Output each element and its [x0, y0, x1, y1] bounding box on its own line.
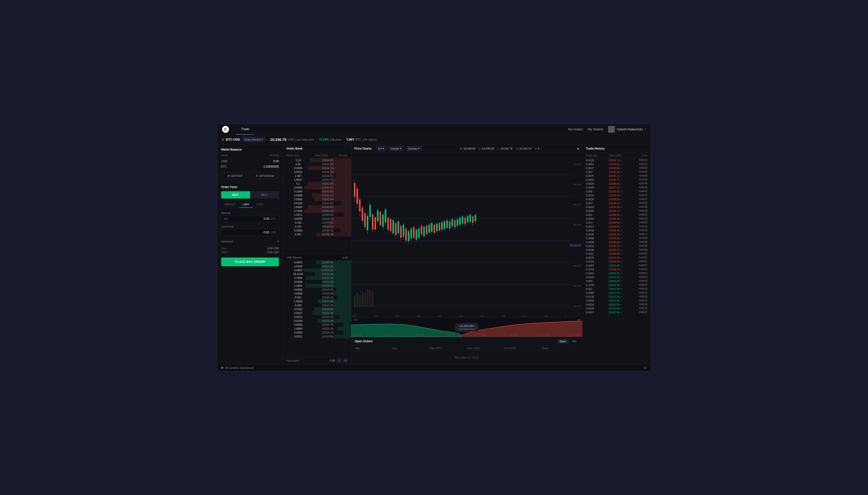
order-book-buy-row[interactable]: 1.0000 10327.95 - — [283, 300, 351, 303]
order-book-buy-row[interactable]: 3.0000 10331.00 - — [283, 280, 351, 284]
market-tab[interactable]: MARKET — [221, 202, 239, 208]
buy-tab[interactable]: BUY — [221, 191, 250, 199]
order-book-sell-row[interactable]: 0.3000 10336.35 - — [283, 228, 351, 233]
agg-minus-btn[interactable]: − — [337, 358, 341, 363]
stop-tab[interactable]: STOP — [253, 202, 267, 208]
order-book-sell-row[interactable]: 3.14 10344.45 - — [283, 158, 351, 162]
chart-expand-icon[interactable]: ▶ — [577, 147, 579, 150]
order-book-buy-row[interactable]: 1.2904 10329.35 - — [283, 284, 351, 288]
order-book-sell-row[interactable]: 0.132 10337.35 - — [283, 221, 351, 225]
order-book-buy-row[interactable]: 0.4045 10335.05 - — [283, 260, 351, 264]
order-book-sell-row[interactable]: 0.7599 10340.35 - — [283, 209, 351, 213]
advanced-toggle[interactable]: Advanced ▾ — [221, 239, 279, 244]
trade-history-row: 0.007 10338.42 ↗ 9:49:35 — [583, 201, 651, 205]
order-book-sell-row[interactable]: 3.0000 10339.25 - — [283, 217, 351, 221]
ob-buy-mysize: - — [333, 280, 348, 283]
order-book-buy-row[interactable]: 0.100 10327.25 - — [283, 303, 351, 307]
agg-plus-btn[interactable]: + — [343, 358, 348, 363]
order-book-sell-row[interactable]: 0.01 10344.40 - — [283, 162, 351, 166]
order-book-buy-row[interactable]: 2.5100 10334.95 - — [283, 264, 351, 268]
amount-label: Amount — [221, 211, 279, 215]
trade-history-header: Trade Size Price (USD) Time — [583, 153, 651, 158]
last-price-value: 10,336.78 — [270, 137, 286, 141]
price-change-data: +0.33% 24h price — [319, 138, 341, 141]
order-book-sell-row[interactable]: 2.414 10336.55 - — [283, 225, 351, 228]
amount-input[interactable] — [230, 217, 269, 220]
order-book-sell-row[interactable]: 0.0688 10342.15 - — [283, 193, 351, 197]
trade-history-row: 0.0046 10332.95 ↗ 9:48:24 — [583, 306, 651, 310]
order-book-buy-row[interactable]: 0.6168 10326.30 - — [283, 319, 351, 323]
settings-icon[interactable]: ⚙ — [644, 366, 647, 370]
user-menu[interactable]: Satoshi Nakamoto ▾ — [608, 126, 646, 133]
timeframe-select[interactable]: 5m ▾ — [376, 146, 387, 151]
order-book-buy-row[interactable]: 0.0023 10326.40 - — [283, 315, 351, 319]
deposit-button[interactable]: ⊕ DEPOSIT — [221, 172, 249, 179]
order-book-buy-row[interactable]: 0.0999 10329.25 - — [283, 288, 351, 292]
nav-right: My Orders My Wallets Satoshi Nakamoto ▾ — [568, 126, 646, 133]
order-book-buy-row[interactable]: 0.0984 10333.50 - — [283, 268, 351, 272]
svg-rect-90 — [449, 221, 451, 228]
my-orders-link[interactable]: My Orders — [568, 127, 583, 131]
order-book-sell-row[interactable]: 2.0000 10342.85 - — [283, 186, 351, 189]
order-book-sell-row[interactable]: 1.007 10344.00 - — [283, 174, 351, 178]
order-book-sell-row[interactable]: 5.601 10336.30 - — [283, 233, 351, 236]
order-book-sell-row[interactable]: 0.5922 10344.30 - — [283, 170, 351, 174]
order-book-buy-row[interactable]: 1.0000 10325.45 - — [283, 327, 351, 330]
order-book-sell-row[interactable]: 1.4371 10340.00 - — [283, 213, 351, 217]
svg-rect-44 — [390, 219, 391, 232]
chart-type-select[interactable]: Candle ▾ — [389, 146, 404, 151]
order-book-sell-rows: 3.14 10344.45 - 0.01 10344.40 - 0.2999 1… — [283, 158, 351, 255]
ob-sell-size: 0.132 — [286, 221, 310, 224]
limit-tab[interactable]: LIMIT — [239, 202, 253, 208]
order-book-title: Order Book — [283, 144, 351, 153]
order-book-sell-row[interactable]: 0.1000 10342.65 - — [283, 189, 351, 193]
trade-history-row: 0.0234 10331.00 ↗ 9:48:28 — [583, 295, 651, 298]
place-order-button[interactable]: PLACE BUY ORDER — [221, 257, 279, 266]
ob-sell-size: 0.1000 — [286, 190, 310, 193]
wallet-row-usd: USD 0.00 — [221, 158, 279, 164]
open-tab[interactable]: Open — [557, 339, 569, 343]
order-book-buy-row[interactable]: 0.0037 10326.45 - — [283, 311, 351, 315]
order-book-buy-row[interactable]: 0.001 10328.15 - — [283, 295, 351, 300]
order-book-buy-row[interactable]: 0.0021 10324.50 - — [283, 335, 351, 338]
max-link[interactable]: Max — [224, 218, 228, 220]
order-book-sell-row[interactable]: 0.6100 10341.80 - — [283, 201, 351, 205]
order-book-sell-row[interactable]: 1.0047 10343.75 - — [283, 178, 351, 182]
wallet-title: Wallet Balance — [221, 148, 279, 151]
order-book-sell-row[interactable]: 0.1 10342.90 - — [283, 182, 351, 186]
fills-tab[interactable]: Fills — [569, 339, 579, 343]
current-price-axis: $10,336.78 — [569, 244, 581, 247]
ob-sell-mysize: - — [333, 225, 348, 228]
order-book-buy-row[interactable]: 6.0000 10325.25 - — [283, 330, 351, 335]
ob-buy-price: 10327.95 — [310, 300, 333, 303]
my-wallets-link[interactable]: My Wallets — [588, 127, 603, 131]
depth-price-4: $10,380 — [479, 334, 487, 336]
limit-price-input[interactable] — [224, 231, 269, 234]
order-book-sell-row[interactable]: 1.0000 10340.65 - — [283, 205, 351, 209]
order-book-sell-row[interactable]: 2.0000 10341.95 - — [283, 197, 351, 201]
sell-tab[interactable]: SELL — [250, 191, 279, 199]
ob-sell-price: 10343.75 — [310, 178, 333, 181]
withdraw-button[interactable]: ⊖ WITHDRAW — [251, 172, 279, 179]
th-trade-size: 0.0048 — [586, 299, 601, 302]
order-book-buy-row[interactable]: 25.3100 10333.00 - — [283, 272, 351, 276]
nav-tab-trade[interactable]: Trade — [236, 124, 254, 135]
svg-rect-66 — [418, 228, 420, 238]
select-market-chevron-icon: ▾ — [262, 138, 263, 141]
order-book-buy-row[interactable]: 0.1022 10326.50 - — [283, 307, 351, 311]
order-book-buy-row[interactable]: 0.7599 10332.90 - — [283, 276, 351, 280]
ob-buy-size: 2.5100 — [286, 265, 310, 268]
th-trade-size: 0.0076 — [586, 256, 601, 259]
th-trade-time: 9:48:57 — [630, 264, 648, 267]
order-book-sell-row[interactable]: 0.2999 10344.35 - — [283, 166, 351, 170]
th-col-price: Price (USD) — [601, 154, 630, 157]
svg-rect-32 — [375, 218, 376, 230]
th-trade-price: 10338.42 ↗ — [601, 202, 630, 205]
order-book-buy-row[interactable]: 0.0500 10325.75 - — [283, 323, 351, 327]
select-market-btn[interactable]: Select Market ▾ — [242, 137, 265, 142]
th-trade-time: 9:50:15 — [630, 159, 648, 162]
overlay-select[interactable]: Overlay ▾ — [406, 146, 422, 151]
ob-sell-size: 1.4371 — [286, 214, 310, 216]
ob-col-mysize: My Size — [333, 154, 348, 157]
order-book-buy-row[interactable]: 3.0268 10329.00 - — [283, 292, 351, 295]
